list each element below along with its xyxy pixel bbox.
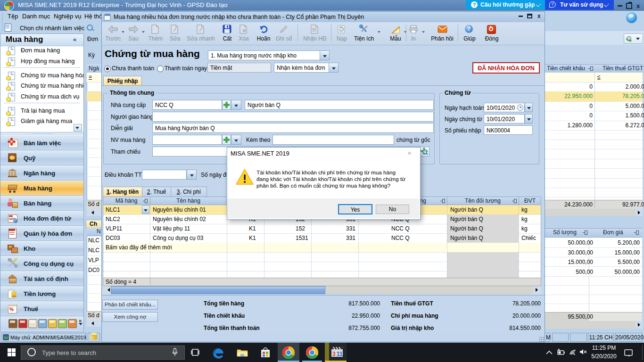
- svg-text:11: 11: [337, 351, 343, 357]
- svg-text:3: 3: [332, 351, 336, 357]
